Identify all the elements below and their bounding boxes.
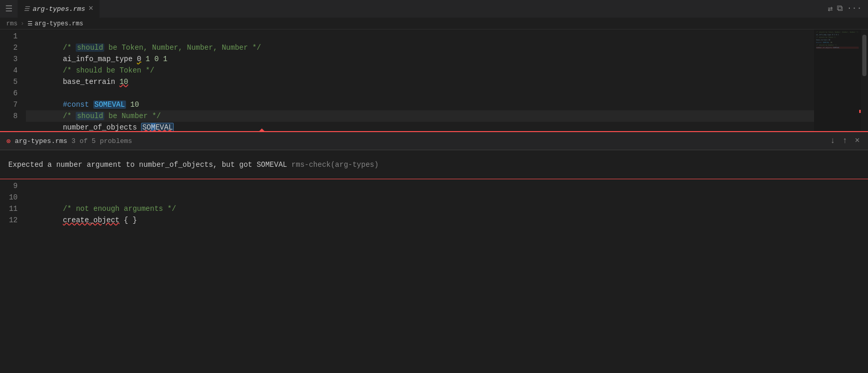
error-nav-down-button[interactable]: ↓ <box>828 135 837 147</box>
error-panel-header: ⊗ arg-types.rms 3 of 5 problems ↓ ↑ × <box>0 132 868 150</box>
code-line-10: /* not enough arguments */ <box>26 192 868 203</box>
error-panel-close-button[interactable]: × <box>852 135 862 147</box>
code-area-top[interactable]: /* should be Token, Number, Number, Numb… <box>26 30 868 131</box>
space-6 <box>89 101 93 109</box>
brace-11: { } <box>119 216 137 224</box>
number-2c: 0 <box>155 55 159 63</box>
line-number-3: 3 <box>8 53 18 65</box>
identifier-4: base_terrain <box>63 78 119 86</box>
comment-7: /* should be Number */ <box>63 112 161 120</box>
line-number-5: 5 <box>8 76 18 88</box>
line-numbers-top: 1 2 3 4 5 6 7 8 <box>0 30 26 131</box>
error-message-main: Expected a number argument to number_of_… <box>8 161 287 169</box>
error-navigation: ↓ ↑ × <box>828 135 862 147</box>
error-message-area: Expected a number argument to number_of_… <box>0 150 868 179</box>
code-line-7: /* should be Number */ <box>26 99 868 110</box>
error-message-text: Expected a number argument to number_of_… <box>8 161 379 169</box>
scrollbar-track-bottom[interactable] <box>861 179 868 373</box>
error-circle-icon: ⊗ <box>6 137 10 146</box>
line-number-8: 8 <box>8 110 18 122</box>
code-line-12 <box>26 214 868 226</box>
code-line-6: #const SOMEVAL 10 <box>26 88 868 99</box>
keyword-6: #const <box>63 101 89 109</box>
scrollbar-track-top[interactable] <box>861 30 868 131</box>
scrollbar-thumb-top[interactable] <box>862 35 866 76</box>
comment-3: /* should be Token */ <box>63 66 154 75</box>
tab-menu-icon[interactable]: ☰ <box>0 4 18 14</box>
line-number-12: 12 <box>8 214 18 226</box>
breadcrumb-separator: › <box>21 20 24 27</box>
error-message-source: rms-check(arg-types) <box>291 161 379 169</box>
active-tab[interactable]: ☰ arg-types.rms × <box>18 0 100 18</box>
more-actions-button[interactable]: ··· <box>847 4 862 14</box>
number-4: 10 <box>119 78 128 86</box>
breadcrumb-rms[interactable]: rms <box>6 20 18 27</box>
identifier-2: ai_info_map_type <box>63 55 137 63</box>
line-number-1: 1 <box>8 31 18 42</box>
breadcrumb: rms › ☰ arg-types.rms <box>0 18 868 30</box>
line-number-9: 9 <box>8 180 18 192</box>
space-2 <box>141 55 145 63</box>
tab-actions: ⇄ ⧉ ··· <box>822 4 868 14</box>
number-2b: 1 <box>146 55 150 63</box>
editor-top: 1 2 3 4 5 6 7 8 /* should be Token, Numb… <box>0 30 868 131</box>
minimap-content: /* should be Token, Number, Number, Numb… <box>814 30 861 50</box>
code-line-9 <box>26 180 868 192</box>
comment-10: /* not enough arguments */ <box>63 205 176 213</box>
identifier-11: create_object <box>63 216 119 224</box>
line-number-2: 2 <box>8 42 18 53</box>
identifier-8: number_of_objects <box>63 123 141 131</box>
error-panel-filename: arg-types.rms <box>15 137 67 145</box>
tab-bar: ☰ ☰ arg-types.rms × ⇄ ⧉ ··· <box>0 0 868 18</box>
comment-1: /* should be Token, Number, Number, Numb… <box>63 44 261 52</box>
number-2d: 1 <box>163 55 167 63</box>
breadcrumb-file[interactable]: ☰ arg-types.rms <box>27 20 83 27</box>
line-number-7: 7 <box>8 99 18 110</box>
number-6: 10 <box>130 101 139 109</box>
error-problem-count: 3 of 5 problems <box>72 137 132 145</box>
error-panel: ⊗ arg-types.rms 3 of 5 problems ↓ ↑ × Ex… <box>0 131 868 179</box>
tab-filename: arg-types.rms <box>33 5 85 13</box>
minimap-top: /* should be Token, Number, Number, Numb… <box>814 30 861 131</box>
line-numbers-bottom: 9 10 11 12 <box>0 179 26 373</box>
const-name-6: SOMEVAL <box>93 101 126 109</box>
split-editor-button[interactable]: ⇄ <box>828 4 833 14</box>
code-line-1: /* should be Token, Number, Number, Numb… <box>26 31 868 42</box>
line-number-4: 4 <box>8 65 18 76</box>
code-line-5 <box>26 76 868 88</box>
breadcrumb-filename: arg-types.rms <box>35 20 83 27</box>
file-icon: ☰ <box>24 5 30 13</box>
error-nav-up-button[interactable]: ↑ <box>841 135 850 147</box>
editor-bottom: 9 10 11 12 /* not enough arguments */ cr… <box>0 179 868 373</box>
line-number-6: 6 <box>8 88 18 99</box>
line-number-10: 10 <box>8 192 18 203</box>
tab-close-button[interactable]: × <box>88 5 93 13</box>
space-2b <box>150 55 154 63</box>
someval-8: SOMEVAL <box>141 123 174 131</box>
code-area-bottom[interactable]: /* not enough arguments */ create_object… <box>26 179 868 373</box>
layout-button[interactable]: ⧉ <box>837 4 843 14</box>
space-6b <box>126 101 130 109</box>
line-number-11: 11 <box>8 203 18 214</box>
error-cursor-indicator <box>259 128 264 131</box>
editor-container: 1 2 3 4 5 6 7 8 /* should be Token, Numb… <box>0 30 868 373</box>
breadcrumb-file-icon: ☰ <box>27 20 33 27</box>
